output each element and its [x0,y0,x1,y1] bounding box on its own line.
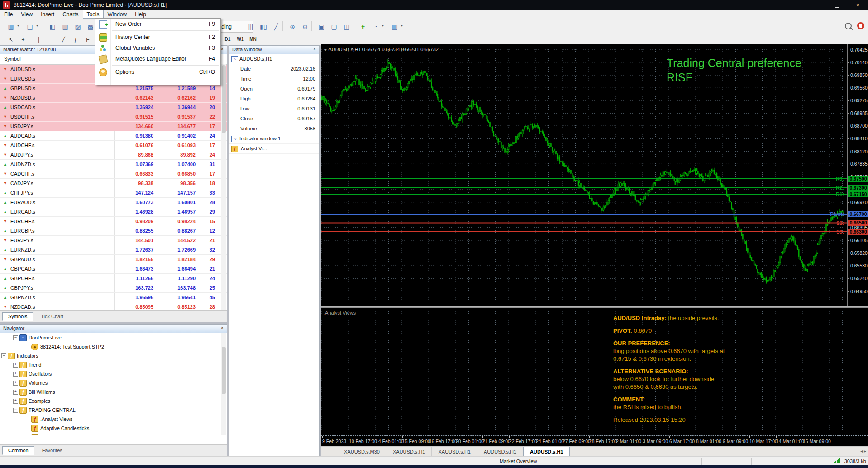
chart-tab-3[interactable]: AUDUSD.s,H1 [477,447,523,457]
periods-button[interactable]: ◔ [369,21,382,33]
time-axis[interactable]: 9 Feb 202310 Feb 17:0014 Feb 01:0015 Feb… [321,435,868,447]
search-icon[interactable] [845,23,852,29]
chevron-down-icon[interactable]: ▾ [382,24,384,28]
market-watch-row[interactable]: ▲GBPCHF.s1.112661.1129024 [0,274,227,283]
market-watch-row[interactable]: ▼NZDUSD.s0.621430.6216219 [0,93,227,103]
tab-favorites[interactable]: Favorites [36,446,68,455]
market-watch-row[interactable]: ▲EURCAD.s1.469281.4695729 [0,207,227,217]
vertical-line-button[interactable]: │ [33,35,45,44]
market-watch-row[interactable]: ▲EURAUD.s1.607731.6080128 [0,198,227,207]
collapse-icon[interactable]: − [13,335,18,340]
templates-button[interactable]: ▦ [388,21,401,33]
timeframe-d1[interactable]: D1 [222,35,234,43]
market-watch-row[interactable]: ▲GBPNZD.s1.955961.9564145 [0,293,227,302]
chevron-down-icon[interactable]: ▾ [36,24,38,28]
tree-item-indicators[interactable]: −ƒIndicators [0,351,227,360]
analyst-views-subwindow[interactable]: .Analyst Views AUD/USD Intraday: the ups… [321,308,868,435]
menu-item-metaquotes-language-editor[interactable]: MetaQuotes Language EditorF4 [95,53,220,64]
tree-item-adaptive-candlesticks[interactable]: ƒAdaptive Candlesticks [0,424,227,433]
tree-item--analyst-views[interactable]: ƒ.Analyst Views [0,415,227,424]
market-watch-row[interactable]: ▼CADCHF.s0.668330.6685017 [0,169,227,179]
market-watch-scrollbar[interactable] [221,64,226,311]
tree-item-dooprime-live[interactable]: −≡DooPrime-Live [0,333,227,342]
chevron-down-icon[interactable]: ▾ [17,24,19,28]
menu-view[interactable]: View [17,10,37,19]
fibonacci-button[interactable]: ƒ [69,35,82,44]
toolbar-grip[interactable] [1,22,3,31]
maximize-button[interactable] [827,0,847,10]
close-icon[interactable]: × [219,325,225,331]
chart-bars-button[interactable]: ||| [244,21,257,33]
prev-chart-tab[interactable]: ◂ [860,449,863,454]
next-chart-tab[interactable]: ▸ [864,449,866,454]
menu-charts[interactable]: Charts [58,10,82,19]
navigator-scrollbar[interactable] [221,333,226,435]
market-watch-row[interactable]: ▲AUDCAD.s0.913800.9140224 [0,131,227,141]
menu-insert[interactable]: Insert [37,10,58,19]
market-watch-row[interactable]: ▲EURNZD.s1.726371.7266932 [0,245,227,255]
close-button[interactable]: × [848,0,868,10]
crosshair-button[interactable]: + [17,35,29,44]
market-watch-row[interactable]: ▲EURGBP.s0.882550.8826712 [0,226,227,236]
expand-icon[interactable]: + [13,390,18,395]
chevron-down-icon[interactable]: ▾ [401,24,403,28]
tab-tick-chart[interactable]: Tick Chart [35,312,69,321]
market-watch-row[interactable]: ▼EURJPY.s144.501144.52221 [0,236,227,245]
tree-item-trend[interactable]: +ƒTrend [0,360,227,369]
zoom-out-button[interactable]: ⊖ [299,21,311,33]
market-watch-row[interactable]: ▲AUDNZD.s1.073691.0740031 [0,160,227,169]
menu-item-new-order[interactable]: New OrderF9 [95,19,220,29]
tree-item-examples[interactable]: +ƒExamples [0,396,227,406]
market-watch-row[interactable]: ▼AUDJPY.s89.86889.89224 [0,150,227,160]
menu-help[interactable]: Help [131,10,150,19]
tab-symbols[interactable]: Symbols [2,312,33,321]
expand-icon[interactable]: + [13,381,18,386]
close-icon[interactable]: × [312,47,317,52]
tree-item-8812414-test-support-stp2[interactable]: ●8812414: Test Support STP2 [0,342,227,351]
minimize-button[interactable]: ─ [806,0,826,10]
scrollbar-thumb[interactable] [222,65,226,133]
tree-item-adaptive-divergence-convergence-chartpri[interactable]: ƒAdaptive Divergence Convergence ChartPr… [0,433,227,435]
tree-item-trading-central[interactable]: −ƒTRADING CENTRAL [0,406,227,415]
chart-line-button[interactable]: ╱ [270,21,282,33]
navigator-toggle[interactable]: ▨ [72,21,84,33]
market-watch-row[interactable]: ▲GBPUSD.s1.215751.2158914 [0,84,227,93]
horizontal-line-button[interactable]: ─ [45,35,57,44]
new-chart-button[interactable]: ▦ [5,21,17,33]
market-watch-toggle[interactable]: ◧ [46,21,59,33]
expand-icon[interactable]: + [13,363,18,368]
chart-tab-1[interactable]: XAUUSD.s,H1 [386,447,432,457]
tree-item-oscillators[interactable]: +ƒOscillators [0,369,227,378]
menu-item-global-variables[interactable]: Global VariablesF3 [95,43,220,53]
expand-icon[interactable]: + [13,372,18,377]
arrange-windows-button[interactable]: ◫ [340,21,353,33]
market-watch-row[interactable]: ▼GBPAUD.s1.821551.8218429 [0,255,227,264]
menu-window[interactable]: Window [104,10,131,19]
menu-item-history-center[interactable]: History CenterF2 [95,32,220,43]
menu-file[interactable]: File [0,10,17,19]
indicators-add-button[interactable]: + [357,21,369,33]
tree-item-volumes[interactable]: +ƒVolumes [0,378,227,387]
scrollbar-thumb[interactable] [222,347,226,394]
collapse-icon[interactable]: − [13,408,18,413]
market-watch-row[interactable]: ▲GBPJPY.s163.723163.74825 [0,283,227,293]
market-watch-row[interactable]: ▲CHFJPY.s147.124147.15733 [0,188,227,198]
expand-icon[interactable]: + [13,399,18,404]
market-watch-row[interactable]: ▼AUDCHF.s0.610760.6109317 [0,141,227,150]
chart-tab-2[interactable]: XAUUSD.s,H1 [432,447,477,457]
timeframe-w1[interactable]: W1 [234,35,246,43]
market-watch-row[interactable]: ▼USDJPY.s134.660134.67717 [0,122,227,131]
timeframe-mn[interactable]: MN [247,35,259,43]
tree-item-bill-williams[interactable]: +ƒBill Williams [0,387,227,396]
tab-common[interactable]: Common [2,446,34,455]
collapse-icon[interactable]: − [1,353,6,358]
market-watch-row[interactable]: ▼CADJPY.s98.33898.35618 [0,179,227,188]
chart-tab-0[interactable]: XAUUSD.s,M30 [338,447,386,457]
market-watch-row[interactable]: ▼USDCHF.s0.915150.9153722 [0,112,227,122]
notifications-icon[interactable] [857,22,864,29]
toolbar-grip[interactable] [1,37,3,46]
menu-tools[interactable]: Tools [83,10,104,19]
market-watch-row[interactable]: ▼EURCHF.s0.982090.9822415 [0,217,227,226]
zoom-in-button[interactable]: ⊕ [286,21,299,33]
chart-candles-button[interactable]: ▮▯ [257,21,270,33]
